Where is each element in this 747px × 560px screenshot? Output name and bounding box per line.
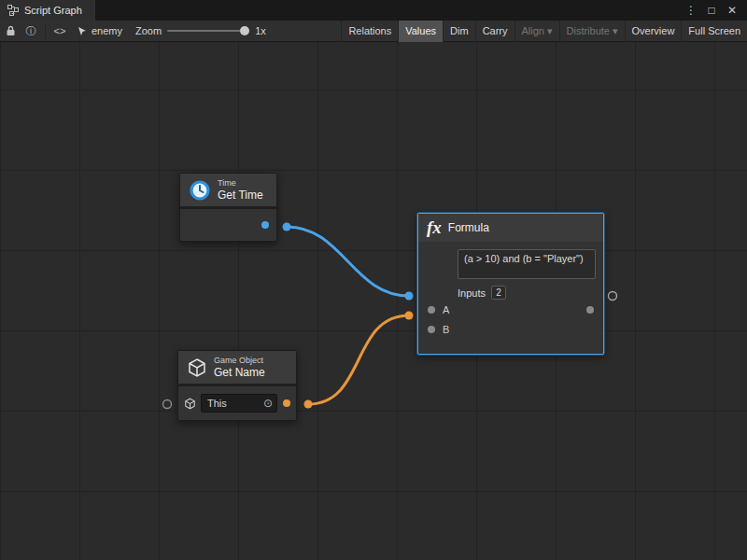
relations-label: Relations xyxy=(348,25,391,36)
get-name-header[interactable]: Game Object Get Name xyxy=(178,351,296,384)
zoom-control: Zoom 1x xyxy=(130,25,272,36)
formula-port-b-label: B xyxy=(443,324,449,335)
formula-port-a-label: A xyxy=(443,304,449,315)
zoom-slider-handle[interactable] xyxy=(240,26,249,35)
clock-icon xyxy=(189,179,211,202)
maximize-icon[interactable]: □ xyxy=(702,4,721,17)
formula-port-row-b: B xyxy=(418,319,603,339)
code-icon[interactable]: <> xyxy=(49,21,70,42)
overview-button[interactable]: Overview xyxy=(625,21,682,42)
graph-canvas[interactable]: Time Get Time fx Formula (a > 10) and (b… xyxy=(0,42,747,560)
node-formula[interactable]: fx Formula (a > 10) and (b = "Player") I… xyxy=(417,213,604,355)
node-get-time[interactable]: Time Get Time xyxy=(179,173,277,242)
fullscreen-button[interactable]: Full Screen xyxy=(681,21,747,42)
get-name-output-port[interactable] xyxy=(283,399,290,407)
get-time-header[interactable]: Time Get Time xyxy=(180,174,276,206)
overview-label: Overview xyxy=(632,25,675,36)
wire-end-port-formula-b[interactable] xyxy=(405,312,414,320)
formula-input-port-a[interactable] xyxy=(428,306,435,314)
get-name-target-unconnected-port[interactable] xyxy=(163,400,172,409)
toolbar-separator xyxy=(45,24,46,38)
dim-label: Dim xyxy=(450,25,469,36)
get-time-body xyxy=(180,209,276,241)
wire-end-port-formula-a[interactable] xyxy=(405,292,414,301)
align-label: Align xyxy=(522,25,544,36)
pointer-icon xyxy=(78,26,88,36)
chevron-down-icon: ▾ xyxy=(547,25,553,37)
inputs-label: Inputs xyxy=(458,287,486,299)
wire-get-time-to-formula-a[interactable] xyxy=(287,227,409,296)
carry-label: Carry xyxy=(483,25,508,36)
formula-input-port-b[interactable] xyxy=(428,326,435,333)
wire-get-name-to-formula-b[interactable] xyxy=(308,315,409,404)
get-name-category: Game Object xyxy=(214,356,265,366)
node-get-name[interactable]: Game Object Get Name This ⊙ xyxy=(177,350,297,421)
cube-icon-small xyxy=(184,398,196,410)
target-object-value: This xyxy=(207,398,227,409)
window-controls: ⋮ □ ✕ xyxy=(682,0,747,21)
zoom-slider[interactable] xyxy=(167,30,249,32)
tab-title: Script Graph xyxy=(24,5,82,16)
get-name-title: Get Name xyxy=(214,366,265,379)
chevron-down-icon: ▾ xyxy=(613,25,618,37)
distribute-button[interactable]: Distribute▾ xyxy=(559,21,625,42)
formula-header[interactable]: fx Formula xyxy=(418,214,603,242)
graph-name: enemy xyxy=(92,25,122,36)
script-graph-icon xyxy=(7,5,19,16)
get-time-category: Time xyxy=(218,178,263,189)
formula-expression-input[interactable]: (a > 10) and (b = "Player") xyxy=(458,249,596,279)
object-picker-icon[interactable]: ⊙ xyxy=(263,397,273,410)
target-object-dropdown[interactable]: This ⊙ xyxy=(201,394,277,413)
cube-icon xyxy=(187,357,207,378)
dim-button[interactable]: Dim xyxy=(443,21,475,42)
zoom-value: 1x xyxy=(255,25,266,36)
carry-button[interactable]: Carry xyxy=(475,21,514,42)
align-button[interactable]: Align▾ xyxy=(514,21,559,42)
close-icon[interactable]: ✕ xyxy=(723,4,741,17)
inputs-count-input[interactable]: 2 xyxy=(491,286,506,300)
formula-inputs-row: Inputs 2 xyxy=(458,286,603,300)
tab-script-graph[interactable]: Script Graph xyxy=(0,0,95,21)
window-menu-icon[interactable]: ⋮ xyxy=(682,4,700,17)
get-time-title: Get Time xyxy=(218,189,263,202)
toolbar-buttons: Relations Values Dim Carry Align▾ Distri… xyxy=(341,21,747,42)
graph-owner-indicator[interactable]: enemy xyxy=(70,25,130,36)
distribute-label: Distribute xyxy=(567,25,610,36)
get-time-output-port[interactable] xyxy=(261,221,269,229)
relations-button[interactable]: Relations xyxy=(341,21,398,42)
info-icon[interactable]: ⓘ xyxy=(21,21,41,42)
formula-fx-icon: fx xyxy=(427,218,442,237)
lock-icon[interactable] xyxy=(0,21,21,42)
values-label: Values xyxy=(405,25,436,36)
get-name-body: This ⊙ xyxy=(178,386,296,420)
wire-start-port-get-time[interactable] xyxy=(283,223,291,231)
connection-wires xyxy=(0,42,747,560)
fullscreen-label: Full Screen xyxy=(688,25,740,36)
formula-output-port[interactable] xyxy=(586,306,594,314)
values-button[interactable]: Values xyxy=(398,21,443,42)
zoom-label: Zoom xyxy=(135,25,162,36)
title-bar: Script Graph ⋮ □ ✕ xyxy=(0,0,747,21)
wire-start-port-get-name[interactable] xyxy=(304,400,313,409)
graph-toolbar: ⓘ <> enemy Zoom 1x Relations Values Dim … xyxy=(0,21,747,42)
formula-title: Formula xyxy=(448,221,489,234)
formula-result-unconnected-port[interactable] xyxy=(609,292,617,301)
formula-port-row-a: A xyxy=(418,300,603,319)
